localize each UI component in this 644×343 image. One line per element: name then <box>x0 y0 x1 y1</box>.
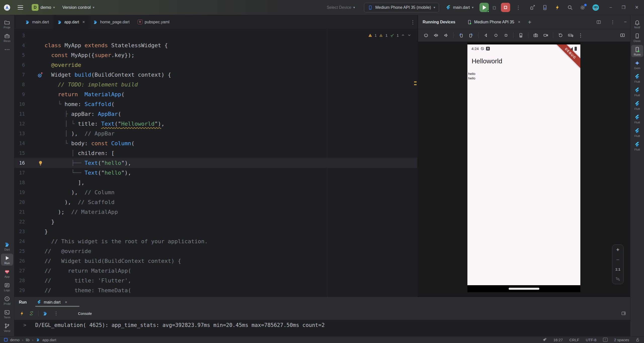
gutter[interactable] <box>28 31 45 40</box>
gesture-pill[interactable] <box>509 288 539 290</box>
gutter[interactable] <box>28 109 45 119</box>
line-number[interactable]: 17 <box>14 168 28 178</box>
editor-tab-pubspec.yaml[interactable]: Ypubspec.yaml <box>134 15 174 29</box>
line-number[interactable]: 4 <box>14 40 28 50</box>
devtools-icon[interactable] <box>542 5 548 11</box>
gutter[interactable] <box>28 227 45 236</box>
hot-restart-icon[interactable] <box>29 311 34 316</box>
zoom-in-button[interactable]: + <box>616 247 620 252</box>
gutter[interactable] <box>28 187 45 197</box>
ai-assistant-disabled-icon[interactable] <box>542 337 547 342</box>
code-line-14[interactable]: 14 └ body: const Column( <box>14 138 417 148</box>
stripe-item-flutter-tool-1[interactable]: Flutt <box>631 72 643 84</box>
gutter[interactable] <box>28 236 45 246</box>
line-number[interactable]: 22 <box>14 217 28 227</box>
stripe-item-flutter-tool-6[interactable]: Flutt <box>631 140 643 152</box>
gutter[interactable] <box>28 285 45 295</box>
inspections-widget[interactable]: 1 1 1 <box>367 32 413 38</box>
zoom-fit-button[interactable] <box>615 276 620 281</box>
nav-home-icon[interactable] <box>492 31 500 39</box>
gutter[interactable] <box>28 256 45 266</box>
run-configuration[interactable]: main.dart ▾ <box>446 5 473 10</box>
intention-bulb-icon[interactable] <box>37 160 44 166</box>
console-tab[interactable]: Console <box>78 311 92 316</box>
encoding[interactable]: UTF-8 <box>586 338 596 342</box>
hide-panel-icon[interactable]: − <box>624 19 627 25</box>
code-line-15[interactable]: 15 │ children: [ <box>14 148 417 158</box>
breadcrumb-file[interactable]: app.dart <box>43 338 56 342</box>
overrides-icon[interactable] <box>37 72 44 78</box>
code-line-5[interactable]: 5 const MyApp({super.key}); <box>14 50 417 60</box>
stripe-item-version-control[interactable]: Versi <box>1 321 13 333</box>
code-line-6[interactable]: 6 @override <box>14 60 417 70</box>
code-line-3[interactable]: 3 <box>14 31 417 40</box>
gutter[interactable] <box>28 60 45 70</box>
stripe-item-flutter-tool-5[interactable]: Flutt <box>631 126 643 138</box>
attach-debugger-icon[interactable] <box>529 5 535 11</box>
stripe-item-dart-analysis[interactable]: Dart <box>1 240 13 252</box>
code-line-12[interactable]: 12 │ └ title: Text("Helloworld"), <box>14 119 417 129</box>
gutter[interactable] <box>28 217 45 227</box>
code-line-25[interactable]: 25// @override <box>14 246 417 256</box>
highlighting-level-icon[interactable]: ! <box>603 338 608 342</box>
line-number[interactable]: 11 <box>14 109 28 119</box>
snapshot-icon[interactable] <box>556 31 565 39</box>
line-number[interactable]: 15 <box>14 148 28 158</box>
stripe-item-device-manager[interactable]: Devic <box>631 31 643 43</box>
close-tab-icon[interactable]: × <box>82 20 85 25</box>
stripe-item-terminal[interactable]: Term <box>1 308 13 320</box>
device-selector[interactable]: Medium Phone API 35 (mobile) ▾ <box>364 3 439 12</box>
line-number[interactable]: 8 <box>14 80 28 89</box>
line-number[interactable]: 25 <box>14 246 28 256</box>
close-button[interactable]: × <box>635 4 638 11</box>
code-line-13[interactable]: 13 │ ), // AppBar <box>14 129 417 138</box>
code-line-23[interactable]: 23} <box>14 227 417 236</box>
stripe-item-project[interactable]: Proje <box>1 18 13 30</box>
code-line-29[interactable]: 29// theme: ThemeData( <box>14 285 417 295</box>
code-line-11[interactable]: 11 ├ appBar: AppBar( <box>14 109 417 119</box>
dart-icon[interactable] <box>43 311 48 316</box>
line-number[interactable]: 9 <box>14 89 28 99</box>
code-line-26[interactable]: 26// Widget build(BuildContext context) … <box>14 256 417 266</box>
code-line-10[interactable]: 10 └ home: Scaffold( <box>14 99 417 109</box>
cursor-position[interactable]: 16:27 <box>553 338 563 342</box>
gutter[interactable] <box>28 70 45 80</box>
stripe-item-app-quality-insights[interactable]: App <box>1 267 13 279</box>
scrollbar-warning-mark[interactable] <box>414 81 417 82</box>
line-ending[interactable]: CRLF <box>569 338 579 342</box>
kebab-icon[interactable]: ⋮ <box>576 31 585 39</box>
gutter[interactable] <box>28 207 45 217</box>
stripe-item-logcat[interactable]: Logc <box>1 281 13 293</box>
line-number[interactable]: 5 <box>14 50 28 60</box>
hot-reload-icon[interactable] <box>554 5 560 11</box>
volume-up-icon[interactable] <box>432 31 440 39</box>
gutter[interactable] <box>28 80 45 89</box>
run-button[interactable] <box>479 3 489 12</box>
code-line-18[interactable]: 18 ], <box>14 178 417 187</box>
line-number[interactable]: 28 <box>14 276 28 285</box>
gutter[interactable] <box>28 50 45 60</box>
code-line-19[interactable]: 19 ), // Column <box>14 187 417 197</box>
code-line-28[interactable]: 28// title: 'Flutter', <box>14 276 417 285</box>
gutter[interactable] <box>28 197 45 207</box>
line-number[interactable]: 29 <box>14 285 28 295</box>
stripe-item-more-tool-windows[interactable]: ⋯ <box>1 45 13 54</box>
power-icon[interactable] <box>422 31 430 39</box>
line-number[interactable]: 26 <box>14 256 28 266</box>
console-output[interactable]: > D/EGL_emulation( 4625): app_time_stats… <box>14 320 630 336</box>
stripe-item-flutter-tool-2[interactable]: Flutt <box>631 86 643 98</box>
stop-button[interactable] <box>501 3 510 12</box>
code-line-24[interactable]: 24 // This widget is the root of your ap… <box>14 236 417 246</box>
code-line-21[interactable]: 21 ); // MaterialApp <box>14 207 417 217</box>
line-number[interactable]: 7 <box>14 70 28 80</box>
gutter[interactable] <box>28 99 45 109</box>
line-number[interactable]: 10 <box>14 99 28 109</box>
editor-tab-app.dart[interactable]: app.dart× <box>53 15 89 29</box>
line-number[interactable]: 3 <box>14 31 28 40</box>
indent-setting[interactable]: 2 spaces <box>614 338 629 342</box>
stripe-item-problems[interactable]: Probl <box>1 294 13 306</box>
code-line-8[interactable]: 8 // TODO: implement build <box>14 80 417 89</box>
line-number[interactable]: 27 <box>14 266 28 276</box>
gutter[interactable] <box>28 89 45 99</box>
gutter[interactable] <box>28 138 45 148</box>
